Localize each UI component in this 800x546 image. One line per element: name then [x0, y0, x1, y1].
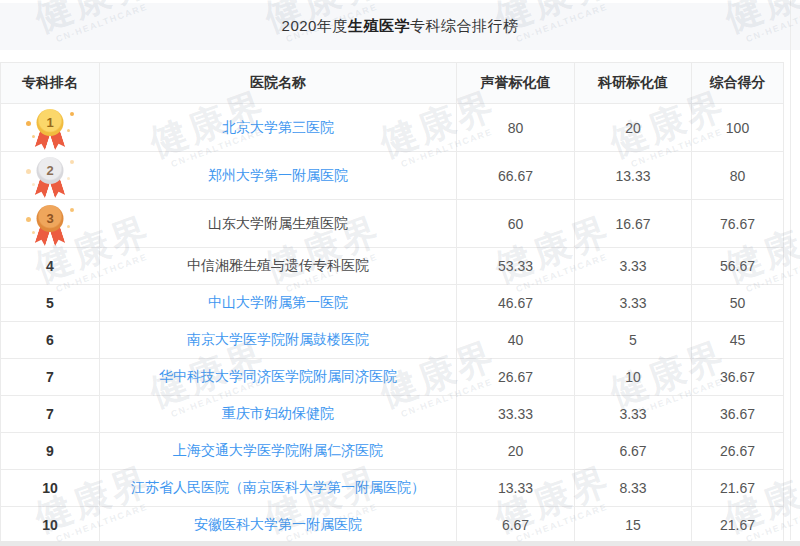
research-value: 20 [575, 104, 692, 152]
reputation-value: 33.33 [457, 396, 575, 433]
research-value: 16.67 [575, 200, 692, 248]
score-value: 36.67 [692, 359, 784, 396]
research-value: 10 [575, 359, 692, 396]
column-header-reputation: 声誉标化值 [457, 63, 575, 104]
hospital-link[interactable]: 中山大学附属第一医院 [208, 294, 348, 310]
hospital-cell: 南京大学医学院附属鼓楼医院 [100, 322, 457, 359]
table-row: 9 上海交通大学医学院附属仁济医院 20 6.67 26.67 [1, 433, 784, 470]
ranking-page: 2020年度生殖医学专科综合排行榜 专科排名 医院名称 声誉标化值 科研标化值 … [0, 0, 800, 546]
rank-cell: 3 [1, 200, 100, 248]
rank-cell: 10 [1, 507, 100, 544]
table-row: 4 中信湘雅生殖与遗传专科医院 53.33 3.33 56.67 [1, 248, 784, 285]
hospital-cell: 上海交通大学医学院附属仁济医院 [100, 433, 457, 470]
page-title: 2020年度生殖医学专科综合排行榜 [0, 3, 800, 50]
column-header-research: 科研标化值 [575, 63, 692, 104]
hospital-cell: 华中科技大学同济医学院附属同济医院 [100, 359, 457, 396]
research-value: 6.67 [575, 433, 692, 470]
reputation-value: 53.33 [457, 248, 575, 285]
research-value: 8.33 [575, 470, 692, 507]
rank-cell: 1 [1, 104, 100, 152]
page-scrollbar-edge [790, 0, 791, 540]
research-value: 15 [575, 507, 692, 544]
hospital-name: 山东大学附属生殖医院 [208, 215, 348, 231]
hospital-link[interactable]: 北京大学第三医院 [222, 119, 334, 135]
hospital-cell: 江苏省人民医院（南京医科大学第一附属医院） [100, 470, 457, 507]
ranking-table: 专科排名 医院名称 声誉标化值 科研标化值 综合得分 1 北京大学第三医院 80 [0, 62, 784, 544]
reputation-value: 80 [457, 104, 575, 152]
rank-cell: 9 [1, 433, 100, 470]
title-highlight: 生殖医学 [348, 17, 410, 36]
research-value: 3.33 [575, 396, 692, 433]
title-suffix: 专科综合排行榜 [410, 17, 519, 36]
hospital-cell: 山东大学附属生殖医院 [100, 200, 457, 248]
medal-rank-number: 2 [37, 157, 64, 184]
rank-cell: 10 [1, 470, 100, 507]
table-row: 2 郑州大学第一附属医院 66.67 13.33 80 [1, 152, 784, 200]
hospital-name: 中信湘雅生殖与遗传专科医院 [187, 257, 369, 273]
hospital-cell: 重庆市妇幼保健院 [100, 396, 457, 433]
table-row: 7 重庆市妇幼保健院 33.33 3.33 36.67 [1, 396, 784, 433]
medal-rank-number: 1 [37, 109, 64, 136]
score-value: 45 [692, 322, 784, 359]
hospital-link[interactable]: 重庆市妇幼保健院 [222, 405, 334, 421]
table-row: 3 山东大学附属生殖医院 60 16.67 76.67 [1, 200, 784, 248]
hospital-cell: 中山大学附属第一医院 [100, 285, 457, 322]
rank-cell: 4 [1, 248, 100, 285]
reputation-value: 46.67 [457, 285, 575, 322]
research-value: 5 [575, 322, 692, 359]
table-row: 5 中山大学附属第一医院 46.67 3.33 50 [1, 285, 784, 322]
rank-cell: 2 [1, 152, 100, 200]
score-value: 100 [692, 104, 784, 152]
score-value: 56.67 [692, 248, 784, 285]
medal-rank-number: 3 [37, 205, 64, 232]
score-value: 80 [692, 152, 784, 200]
bronze-medal-icon: 3 [28, 204, 72, 246]
reputation-value: 6.67 [457, 507, 575, 544]
column-header-rank: 专科排名 [1, 63, 100, 104]
score-value: 21.67 [692, 470, 784, 507]
score-value: 50 [692, 285, 784, 322]
rank-cell: 5 [1, 285, 100, 322]
column-header-score: 综合得分 [692, 63, 784, 104]
reputation-value: 40 [457, 322, 575, 359]
hospital-link[interactable]: 华中科技大学同济医学院附属同济医院 [159, 368, 397, 384]
score-value: 21.67 [692, 507, 784, 544]
page-bottom-edge [0, 541, 800, 546]
hospital-cell: 郑州大学第一附属医院 [100, 152, 457, 200]
gold-medal-icon: 1 [28, 108, 72, 150]
hospital-link[interactable]: 郑州大学第一附属医院 [208, 167, 348, 183]
reputation-value: 60 [457, 200, 575, 248]
hospital-link[interactable]: 安徽医科大学第一附属医院 [194, 516, 362, 532]
reputation-value: 20 [457, 433, 575, 470]
score-value: 76.67 [692, 200, 784, 248]
rank-cell: 7 [1, 396, 100, 433]
table-row: 6 南京大学医学院附属鼓楼医院 40 5 45 [1, 322, 784, 359]
hospital-link[interactable]: 南京大学医学院附属鼓楼医院 [187, 331, 369, 347]
table-row: 10 江苏省人民医院（南京医科大学第一附属医院） 13.33 8.33 21.6… [1, 470, 784, 507]
silver-medal-icon: 2 [28, 156, 72, 198]
hospital-cell: 安徽医科大学第一附属医院 [100, 507, 457, 544]
reputation-value: 26.67 [457, 359, 575, 396]
research-value: 3.33 [575, 248, 692, 285]
title-prefix: 2020年度 [282, 17, 348, 36]
hospital-link[interactable]: 上海交通大学医学院附属仁济医院 [173, 442, 383, 458]
hospital-link[interactable]: 江苏省人民医院（南京医科大学第一附属医院） [131, 479, 425, 495]
column-header-hospital: 医院名称 [100, 63, 457, 104]
table-row: 7 华中科技大学同济医学院附属同济医院 26.67 10 36.67 [1, 359, 784, 396]
score-value: 26.67 [692, 433, 784, 470]
rank-cell: 6 [1, 322, 100, 359]
header-row: 专科排名 医院名称 声誉标化值 科研标化值 综合得分 [1, 63, 784, 104]
score-value: 36.67 [692, 396, 784, 433]
hospital-cell: 北京大学第三医院 [100, 104, 457, 152]
reputation-value: 13.33 [457, 470, 575, 507]
research-value: 13.33 [575, 152, 692, 200]
research-value: 3.33 [575, 285, 692, 322]
table-row: 1 北京大学第三医院 80 20 100 [1, 104, 784, 152]
table-row: 10 安徽医科大学第一附属医院 6.67 15 21.67 [1, 507, 784, 544]
hospital-cell: 中信湘雅生殖与遗传专科医院 [100, 248, 457, 285]
reputation-value: 66.67 [457, 152, 575, 200]
rank-cell: 7 [1, 359, 100, 396]
